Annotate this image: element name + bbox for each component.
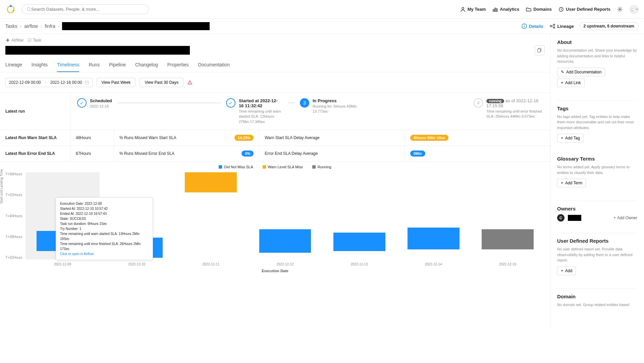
sla-avg-badge: 0Min — [405, 146, 550, 161]
tab-timeliness[interactable]: Timeliness — [57, 62, 79, 72]
tab-properties[interactable]: Properties — [167, 62, 189, 72]
x-tick: 2022-12-15 — [471, 262, 545, 266]
x-tick: 2022-12-12 — [248, 262, 322, 266]
sla-value: 48Hours — [70, 130, 114, 145]
svg-line-19 — [551, 25, 553, 26]
svg-point-15 — [524, 25, 525, 25]
breadcrumb-item[interactable]: airflow — [24, 23, 38, 29]
task-icon — [28, 38, 32, 42]
people-icon — [460, 7, 466, 12]
app-header: My Team Analytics Domains User Defined R… — [0, 0, 644, 19]
sla-row: Latest Run Warn Start SLA 48Hours % Runs… — [0, 130, 550, 146]
svg-rect-6 — [493, 9, 494, 11]
svg-point-18 — [553, 27, 555, 28]
tab-documentation[interactable]: Documentation — [198, 62, 230, 72]
copy-button[interactable] — [535, 45, 545, 55]
svg-point-10 — [619, 9, 621, 10]
svg-point-27 — [190, 83, 190, 84]
tab-changelog[interactable]: Changelog — [135, 62, 158, 72]
plus-icon: + — [613, 216, 616, 220]
legend-ok: Did Not Miss SLA — [219, 165, 253, 169]
owner-name-redacted — [568, 215, 581, 221]
svg-line-20 — [551, 26, 553, 27]
chart-bar[interactable] — [396, 172, 471, 259]
plus-icon: + — [561, 268, 563, 273]
owner-avatar[interactable]: C — [557, 214, 565, 222]
date-range-picker[interactable]: 2022-12-09 00:00 → 2022-12-16 00:00 — [5, 78, 93, 87]
legend-running: Running — [312, 165, 331, 169]
sla-label: Latest Run Error End SLA — [0, 146, 70, 161]
step-asof: 4 running as of 2022-12-16 17:15:56 Time… — [474, 98, 543, 119]
add-report-button[interactable]: +Add — [557, 266, 576, 275]
arrow-right-icon: → — [44, 80, 48, 85]
sla-miss: % Runs Missed Error End SLA0% — [114, 146, 259, 161]
details-link[interactable]: Details — [522, 23, 543, 29]
nav-reports[interactable]: User Defined Reports — [558, 7, 610, 12]
entity-title-redacted — [5, 46, 190, 55]
svg-point-3 — [27, 7, 30, 10]
step-started: ✓ Started at 2022-12-16 11:32:42 Time re… — [226, 98, 282, 124]
plus-icon: + — [561, 136, 563, 140]
legend-warn: Warn Level SLA Miss — [263, 165, 303, 169]
svg-point-2 — [13, 10, 14, 11]
x-tick: 2022-12-13 — [322, 262, 396, 266]
x-tick: 2022-12-09 — [25, 262, 100, 266]
tab-runs[interactable]: Runs — [89, 62, 100, 72]
svg-line-4 — [30, 10, 31, 11]
header-nav: My Team Analytics Domains User Defined R… — [460, 5, 639, 14]
breadcrumb-item[interactable]: finfra — [45, 23, 55, 29]
nav-myteam[interactable]: My Team — [460, 7, 486, 12]
lineage-link[interactable]: Lineage — [550, 23, 574, 29]
warning-icon — [187, 80, 192, 85]
edit-icon: ✎ — [561, 70, 564, 74]
x-axis-label: Execution Date — [5, 269, 545, 273]
gear-icon[interactable] — [617, 7, 623, 12]
nav-domains[interactable]: Domains — [526, 7, 552, 12]
sla-avg-label: Error End SLA Delay Average — [259, 146, 405, 161]
breadcrumb-row: Tasks› airflow› finfra› Details Lineage … — [0, 19, 644, 34]
open-airflow-link[interactable]: Click to open in Airflow — [60, 251, 149, 256]
add-owner-button[interactable]: +Add Owner — [613, 216, 637, 220]
breadcrumb-current-redacted — [62, 22, 210, 30]
past-week-button[interactable]: View Past Week — [97, 78, 136, 87]
calendar-icon — [85, 80, 89, 84]
add-term-button[interactable]: +Add Term — [557, 179, 586, 187]
chart-bar[interactable] — [322, 172, 396, 259]
sidebar-domain: Domain No domain set. Group related enti… — [557, 294, 637, 316]
step-number-icon: 3 — [300, 98, 309, 108]
chart-legend: Did Not Miss SLA Warn Level SLA Miss Run… — [5, 165, 545, 169]
global-search[interactable] — [21, 4, 149, 14]
y-axis: T+58HoursT+52HoursT+45HoursT+38HoursT+32… — [5, 172, 22, 259]
svg-rect-8 — [496, 9, 497, 11]
tab-lineage[interactable]: Lineage — [5, 62, 22, 72]
chart-bar[interactable] — [174, 172, 248, 259]
platform-tag: Airflow — [5, 38, 23, 43]
folder-icon — [526, 7, 531, 12]
app-logo[interactable] — [5, 4, 16, 15]
search-input[interactable] — [31, 7, 144, 12]
nav-analytics[interactable]: Analytics — [492, 7, 519, 12]
breadcrumb-item[interactable]: Tasks — [5, 23, 17, 29]
check-icon: ✓ — [77, 98, 87, 108]
chart-bar[interactable] — [248, 172, 322, 259]
past-30-button[interactable]: View Past 30 Days — [140, 78, 183, 87]
svg-rect-24 — [85, 81, 89, 84]
timeliness-chart[interactable]: Start and Landing Time T+58HoursT+52Hour… — [22, 172, 545, 266]
right-sidebar: About No documentation yet. Share your k… — [550, 34, 644, 327]
user-avatar[interactable] — [629, 5, 639, 14]
tab-insights[interactable]: Insights — [32, 62, 48, 72]
lineage-counts[interactable]: 2 upstream, 6 downstream — [579, 22, 639, 30]
add-link-button[interactable]: +Add Link — [557, 78, 585, 87]
add-documentation-button[interactable]: ✎Add Documentation — [557, 68, 605, 76]
sla-badge: 0% — [241, 150, 254, 157]
add-tag-button[interactable]: +Add Tag — [557, 134, 584, 142]
x-tick: 2022-12-10 — [100, 262, 174, 266]
chart-bar[interactable] — [471, 172, 545, 259]
sla-avg-badge: 4Hours 9Min 3Sec — [405, 130, 550, 145]
latest-run-label: Latest run — [0, 93, 70, 130]
x-tick: 2022-12-14 — [396, 262, 471, 266]
plus-icon: + — [561, 181, 563, 185]
graph-icon — [550, 23, 555, 29]
tab-pipeline[interactable]: Pipeline — [109, 62, 126, 72]
sidebar-about: About No documentation yet. Share your k… — [557, 39, 637, 94]
